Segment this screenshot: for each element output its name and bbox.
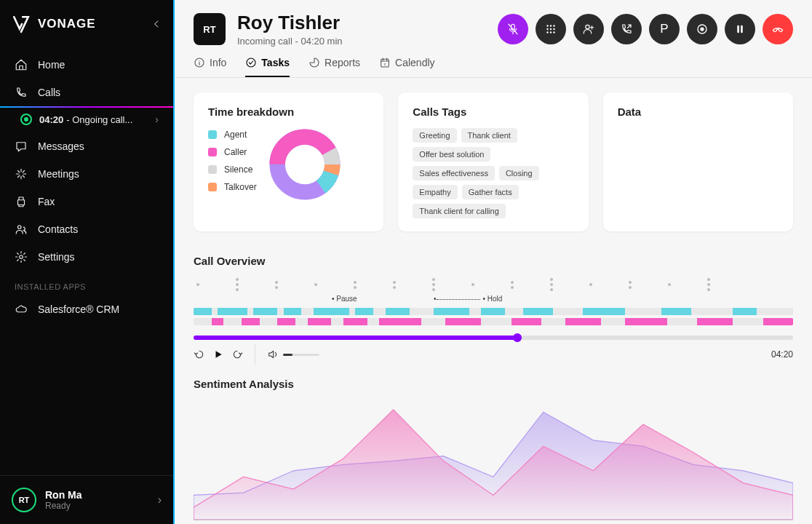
svg-text:c: c (384, 62, 386, 66)
chevron-right-icon: › (155, 114, 159, 125)
timeline-agent[interactable] (194, 308, 793, 315)
annot-pause: • Pause (332, 295, 357, 303)
legend-item: Talkover (208, 182, 257, 192)
legend-item: Agent (208, 130, 257, 140)
hangup-button[interactable] (763, 14, 793, 44)
gear-icon (15, 250, 28, 263)
vonage-logo-icon (12, 15, 31, 33)
tab-label: Calendly (395, 57, 434, 68)
nav-label: Home (38, 59, 65, 71)
home-icon (15, 58, 28, 71)
time-breakdown-legend: AgentCallerSilenceTalkover (208, 130, 257, 199)
nav-label: Calls (38, 87, 60, 98)
calendar-icon: c (379, 57, 391, 68)
nav-calls[interactable]: Calls (0, 79, 173, 106)
record-button[interactable] (687, 14, 717, 44)
cloud-icon (15, 303, 28, 316)
card-title: Time breakdown (208, 106, 369, 118)
chevron-right-icon: › (158, 493, 162, 507)
nav-messages[interactable]: Messages (0, 132, 173, 160)
info-icon (194, 57, 205, 68)
phone-icon (15, 86, 28, 99)
annot-hold: •• Hold (434, 295, 502, 303)
section-title: Call Overview (194, 255, 793, 267)
nav-salesforce[interactable]: Salesforce® CRM (0, 295, 173, 323)
tag[interactable]: Offer best solution (413, 147, 490, 162)
svg-point-13 (700, 27, 704, 31)
user-name: Ron Ma (45, 489, 82, 501)
collapse-sidebar-btn[interactable] (151, 16, 162, 33)
keypad-button[interactable] (536, 14, 566, 44)
tab-info[interactable]: Info (194, 57, 226, 77)
nav-label: Fax (38, 196, 55, 207)
reports-icon (309, 57, 320, 68)
svg-point-1 (20, 255, 23, 259)
legend-item: Silence (208, 164, 257, 175)
svg-point-2 (546, 25, 548, 26)
svg-point-6 (550, 28, 552, 30)
play-button[interactable] (212, 349, 224, 360)
tag[interactable]: Gather facts (462, 185, 519, 199)
nav-settings[interactable]: Settings (0, 243, 173, 271)
tab-tasks[interactable]: Tasks (245, 57, 290, 77)
sidebar-footer[interactable]: RT Ron Ma Ready › (0, 475, 173, 524)
park-button[interactable]: P (649, 14, 680, 44)
volume-icon[interactable] (267, 349, 279, 360)
section-title: Sentiment Analysis (194, 378, 793, 390)
tag[interactable]: Empathy (413, 185, 457, 199)
live-indicator-icon (20, 114, 32, 125)
tag[interactable]: Thank client for calling (413, 204, 505, 218)
tab-calendly[interactable]: c Calendly (379, 57, 434, 77)
ongoing-time: 04:20 (39, 114, 63, 125)
hold-button[interactable] (725, 14, 755, 44)
tab-reports[interactable]: Reports (309, 57, 360, 77)
mute-button[interactable] (498, 14, 528, 44)
sidebar: VONAGE Home Calls 04:20 - Ongoing call..… (0, 0, 175, 524)
installed-apps-label: INSTALLED APPS (0, 271, 173, 295)
svg-point-7 (553, 28, 554, 30)
svg-point-25 (289, 149, 320, 180)
call-subtitle: Incoming call - 04:20 min (237, 36, 343, 47)
contact-avatar: RT (194, 13, 226, 45)
tag[interactable]: Thank client (461, 128, 517, 143)
tag[interactable]: Sales effectiveness (413, 166, 495, 180)
nav-label: Settings (38, 251, 75, 263)
forward-button[interactable] (231, 349, 243, 360)
sentiment-chart (194, 397, 793, 521)
add-participant-button[interactable] (573, 14, 604, 44)
card-data: Data (603, 92, 793, 231)
nav-ongoing-call[interactable]: 04:20 - Ongoing call... › (0, 106, 173, 132)
volume-slider[interactable] (283, 354, 319, 356)
tabs: Info Tasks Reports c Calendly (175, 47, 812, 78)
svg-point-0 (18, 226, 22, 229)
svg-point-9 (550, 31, 552, 33)
user-avatar: RT (12, 488, 36, 512)
meetings-icon (15, 167, 28, 180)
tag[interactable]: Closing (499, 166, 539, 180)
call-overview: Call Overview • Pause •• Hold 04:20 (175, 246, 812, 369)
user-status: Ready (45, 501, 82, 511)
tab-label: Tasks (261, 57, 290, 68)
card-title: Calls Tags (413, 106, 573, 118)
nav-meetings[interactable]: Meetings (0, 160, 173, 188)
svg-point-8 (546, 31, 548, 33)
svg-point-3 (550, 25, 552, 26)
tasks-icon (245, 57, 257, 68)
svg-rect-14 (737, 25, 739, 33)
timeline-caller[interactable] (194, 318, 793, 325)
nav-contacts[interactable]: Contacts (0, 215, 173, 243)
fax-icon (15, 195, 28, 208)
svg-point-5 (546, 28, 548, 30)
nav-fax[interactable]: Fax (0, 188, 173, 215)
brand-row: VONAGE (0, 0, 173, 51)
nav-label: Meetings (38, 168, 79, 180)
playback-progress[interactable] (194, 336, 793, 340)
svg-point-4 (553, 25, 554, 26)
transfer-button[interactable] (611, 14, 642, 44)
tag[interactable]: Greeting (413, 128, 456, 143)
call-actions: P (498, 14, 793, 44)
rewind-button[interactable] (194, 349, 205, 360)
nav-home[interactable]: Home (0, 51, 173, 79)
contact-name: Roy Tishler (237, 12, 343, 34)
tab-label: Reports (325, 57, 360, 68)
